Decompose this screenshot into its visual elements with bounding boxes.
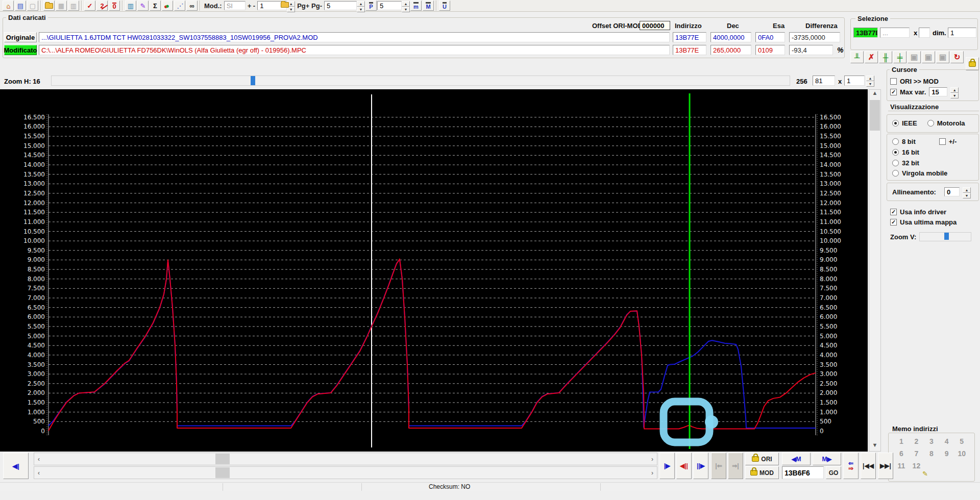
import-icon-button[interactable]: ▦ xyxy=(56,1,67,11)
memo-slot-11[interactable]: 11 xyxy=(894,462,909,470)
motorola-radio[interactable] xyxy=(927,120,934,127)
home-icon-button[interactable]: ⌂ xyxy=(3,1,14,11)
scroll-up-icon[interactable]: ▲ xyxy=(869,90,880,99)
ruler-m-icon[interactable]: m xyxy=(410,1,422,11)
scroll-right-icon[interactable]: › xyxy=(648,453,657,465)
hscrollbar-mod[interactable]: ‹ › xyxy=(34,466,657,479)
originale-path-field[interactable]: ...\GIULIETTA 1.6JTDM TCT HW0281033322_S… xyxy=(39,32,670,42)
prev-map-button[interactable]: ◀M xyxy=(782,453,811,465)
paste-ori-icon-button[interactable]: ▣ xyxy=(908,51,921,63)
ruler-U-icon[interactable]: U xyxy=(439,1,450,11)
scroll-left-icon[interactable]: ‹ xyxy=(34,453,43,465)
allineamento-spinner[interactable]: ▲▼ xyxy=(963,187,971,196)
first-button[interactable]: |◀◀ xyxy=(861,453,876,479)
originale-esa[interactable]: 0FA0 xyxy=(755,32,785,42)
ieee-radio-row[interactable]: IEEE Motorola xyxy=(892,119,965,127)
next-map-button[interactable]: M▶ xyxy=(813,453,841,465)
jump-end-button[interactable]: ⇒| xyxy=(728,453,743,479)
chart-icon-button[interactable]: ⋰ xyxy=(174,1,185,11)
usa-mappa-row[interactable]: ✓ Usa ultima mappa xyxy=(890,218,957,226)
p-input[interactable]: 5 xyxy=(377,1,402,10)
jump-start-button[interactable]: |⇐ xyxy=(711,453,726,479)
binoculars-icon-button[interactable]: ∞ xyxy=(186,1,198,11)
axis-h-plus-icon-button[interactable]: ╫ xyxy=(879,51,892,63)
zoom-v-row[interactable]: Zoom V: xyxy=(890,232,971,241)
mod-input[interactable]: SI xyxy=(224,1,246,10)
ori-lock-button[interactable]: ORI xyxy=(745,453,779,465)
selezione-addr[interactable]: 13B77E xyxy=(853,28,878,38)
originale-indirizzo[interactable]: 13B77E xyxy=(673,32,706,42)
zoom-h-81[interactable]: 81 xyxy=(813,76,835,86)
memo-slot-10[interactable]: 10 xyxy=(954,449,969,458)
max-var-value[interactable]: 15 xyxy=(929,87,947,96)
memo-slot-1[interactable]: 1 xyxy=(894,437,909,445)
bit32-row[interactable]: 32 bit xyxy=(892,159,919,167)
originale-dec[interactable]: 4000,0000 xyxy=(710,32,751,42)
reset-icon-button[interactable]: ↻ xyxy=(950,51,964,63)
zoom-v-thumb[interactable] xyxy=(944,233,949,240)
modificato-differenza[interactable]: -93,4 xyxy=(789,45,833,55)
goto-address-input[interactable]: 13B6F6 xyxy=(782,466,824,479)
memo-slot-7[interactable]: 7 xyxy=(909,449,924,458)
signed-checkbox[interactable] xyxy=(939,138,946,145)
scroll-right-icon[interactable]: › xyxy=(648,467,657,479)
page-icon-button[interactable]: ▢ xyxy=(27,1,38,11)
zoom-h-spinner[interactable]: ▲▼ xyxy=(866,76,874,86)
zero-values-icon-button[interactable]: 0 xyxy=(109,1,120,11)
ruler-M-icon[interactable]: M xyxy=(423,1,434,11)
bit16-row[interactable]: 16 bit xyxy=(892,148,919,156)
axis-delete-icon-button[interactable]: ✗ xyxy=(865,51,878,63)
shapes-icon-button[interactable]: ● xyxy=(162,1,173,11)
originale-button[interactable]: Originale xyxy=(4,32,37,42)
virgola-row[interactable]: Virgola mobile xyxy=(892,169,947,177)
open-folder-icon-button[interactable] xyxy=(43,1,55,11)
memo-slot-4[interactable]: 4 xyxy=(939,437,954,445)
ieee-radio[interactable] xyxy=(892,120,899,127)
allineamento-row[interactable]: Allineamento: 0 ▲▼ xyxy=(892,187,971,196)
p-spinner[interactable]: ▲▼ xyxy=(402,1,410,10)
vscroll-thumb[interactable] xyxy=(870,100,880,131)
selezione-x-field[interactable] xyxy=(919,28,930,38)
edit-map-icon-button[interactable]: ✎ xyxy=(137,1,149,11)
bit16-radio[interactable] xyxy=(892,149,899,156)
step-both-button[interactable]: ||▶ xyxy=(693,453,708,479)
checksum-ok-icon-button[interactable]: ✓ xyxy=(84,1,95,11)
bit8-radio[interactable] xyxy=(892,138,899,145)
memo-slot-12[interactable]: 12 xyxy=(909,462,924,470)
sum-icon-button[interactable]: Σ xyxy=(150,1,161,11)
axis-h-icon-button[interactable]: ╪ xyxy=(893,51,906,63)
modificato-dec[interactable]: 265,0000 xyxy=(710,45,751,55)
bit8-row[interactable]: 8 bit +/- xyxy=(892,138,957,145)
originale-differenza[interactable]: -3735,0000 xyxy=(789,32,840,42)
memo-edit-icon[interactable]: ✎ xyxy=(922,470,928,478)
pg-input[interactable]: 5 xyxy=(324,1,357,10)
zoom-v-slider[interactable] xyxy=(919,232,971,241)
memo-slot-3[interactable]: 3 xyxy=(924,437,939,445)
max-var-checkbox[interactable]: ✓ xyxy=(890,89,897,95)
modificato-esa[interactable]: 0109 xyxy=(755,45,785,55)
graph-view[interactable]: 16.50016.50016.00016.00015.50015.50015.0… xyxy=(0,89,868,452)
max-var-row[interactable]: ✓ Max var. 15 ▲▼ xyxy=(890,87,959,96)
selezione-dim-value[interactable]: 1 xyxy=(948,28,976,38)
zoom-h-thumb[interactable] xyxy=(251,76,255,85)
paste-all-icon-button[interactable]: ▣ xyxy=(936,51,949,63)
paste-mod-icon-button[interactable]: ▣ xyxy=(922,51,935,63)
memo-slot-5[interactable]: 5 xyxy=(954,437,969,445)
scroll-left-icon[interactable]: ‹ xyxy=(34,467,43,479)
allineamento-value[interactable]: 0 xyxy=(944,187,960,196)
collapse-left-button[interactable]: ◀| xyxy=(3,453,29,479)
usa-driver-checkbox[interactable]: ✓ xyxy=(890,209,897,215)
memo-slot-2[interactable]: 2 xyxy=(909,437,924,445)
columns-icon-button[interactable]: ▥ xyxy=(125,1,136,11)
pg-spinner[interactable]: ▲▼ xyxy=(357,1,365,10)
virgola-radio[interactable] xyxy=(892,170,899,177)
mod-lock-button[interactable]: MOD xyxy=(745,466,779,479)
modificato-path-field[interactable]: C:\...\ALFA ROMEO\GIULIETTA FD756DK\WinO… xyxy=(39,45,670,55)
max-var-spinner[interactable]: ▲▼ xyxy=(950,87,959,96)
ori-mod-checkbox-row[interactable]: ORI >> MOD xyxy=(890,78,939,85)
scroll-down-icon[interactable]: ▼ xyxy=(869,442,880,451)
usa-mappa-checkbox[interactable]: ✓ xyxy=(890,219,897,226)
memo-slot-9[interactable]: 9 xyxy=(939,449,954,458)
map-2d-icon-button[interactable]: 2 xyxy=(96,1,108,11)
step-back-button[interactable]: ◀|| xyxy=(676,453,692,479)
